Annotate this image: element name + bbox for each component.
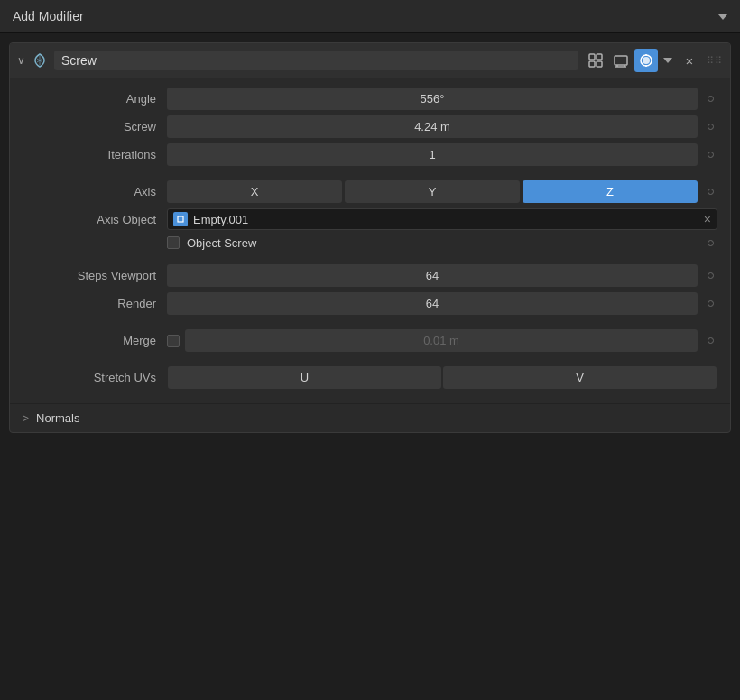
steps-viewport-input[interactable] <box>167 264 698 287</box>
normals-section-header[interactable]: > Normals <box>10 403 730 432</box>
viewport-display-btn[interactable] <box>584 49 607 72</box>
svg-rect-2 <box>589 61 595 67</box>
axis-object-clear-btn[interactable]: × <box>704 212 711 226</box>
angle-label: Angle <box>23 92 167 106</box>
axis-object-field-row: Axis Object Empty.001 × <box>23 208 717 230</box>
screw-input[interactable] <box>167 115 698 138</box>
stretch-uvs-control: U V <box>167 366 717 389</box>
panel-collapse-chevron[interactable]: ∨ <box>17 54 25 67</box>
svg-rect-4 <box>615 56 627 65</box>
add-modifier-title: Add Modifier <box>13 9 84 23</box>
axis-object-label: Axis Object <box>23 213 167 226</box>
axis-x-btn[interactable]: X <box>167 180 342 203</box>
panel-options-dropdown[interactable] <box>660 49 676 72</box>
merge-checkbox[interactable] <box>167 335 180 347</box>
iterations-dot[interactable] <box>703 148 717 162</box>
divider-2 <box>23 255 717 264</box>
object-screw-dot[interactable] <box>703 235 717 250</box>
panel-body: Angle Screw Iterations Axis <box>10 78 730 403</box>
steps-viewport-control <box>167 264 698 287</box>
angle-field-row: Angle <box>23 88 717 110</box>
screw-modifier-panel: ∨ Screw <box>9 42 731 433</box>
axis-field-row: Axis X Y Z <box>23 180 717 203</box>
axis-object-control: Empty.001 × <box>167 208 717 230</box>
stretch-u-btn[interactable]: U <box>168 366 441 389</box>
axis-label: Axis <box>23 185 167 198</box>
merge-field-row: Merge <box>23 329 717 352</box>
render-control <box>167 292 698 315</box>
stretch-v-btn[interactable]: V <box>443 366 717 389</box>
divider-3 <box>23 320 717 329</box>
axis-object-name: Empty.001 <box>193 213 698 226</box>
normals-chevron: > <box>23 412 29 425</box>
svg-point-8 <box>643 57 650 64</box>
merge-control <box>167 329 698 352</box>
svg-rect-0 <box>589 54 595 60</box>
steps-viewport-field-row: Steps Viewport <box>23 264 717 287</box>
steps-viewport-dot[interactable] <box>703 269 717 283</box>
stretch-uvs-field-row: Stretch UVs U V <box>23 366 717 389</box>
render-dot[interactable] <box>703 297 717 311</box>
render-input[interactable] <box>167 292 698 315</box>
add-modifier-dropdown-icon[interactable] <box>718 9 727 23</box>
render-display-btn[interactable] <box>609 49 633 72</box>
axis-object-type-icon <box>173 212 188 226</box>
merge-input <box>185 329 698 352</box>
iterations-label: Iterations <box>23 148 167 161</box>
angle-input[interactable] <box>167 88 698 110</box>
add-modifier-header: Add Modifier <box>0 0 740 33</box>
render-field-row: Render <box>23 292 717 315</box>
modifier-name[interactable]: Screw <box>54 51 578 70</box>
object-screw-control: Object Screw <box>167 236 698 250</box>
angle-dot[interactable] <box>703 92 717 106</box>
axis-y-btn[interactable]: Y <box>345 180 520 203</box>
stretch-uvs-label: Stretch UVs <box>23 371 167 384</box>
screw-control <box>167 115 698 138</box>
object-screw-label: Object Screw <box>187 236 256 250</box>
axis-dot[interactable] <box>703 185 717 199</box>
screw-label: Screw <box>23 120 167 134</box>
divider-1 <box>23 171 717 180</box>
drag-handle: ⠿⠿ <box>707 55 723 67</box>
svg-rect-1 <box>597 54 602 60</box>
svg-rect-3 <box>597 61 602 67</box>
render-label: Render <box>23 297 167 310</box>
camera-render-btn[interactable] <box>634 49 658 72</box>
object-screw-checkbox[interactable] <box>167 236 180 249</box>
screw-dot[interactable] <box>703 120 717 134</box>
screw-field-row: Screw <box>23 115 717 138</box>
panel-header: ∨ Screw <box>10 43 730 78</box>
iterations-input[interactable] <box>167 143 698 166</box>
axis-z-btn[interactable]: Z <box>523 180 698 203</box>
divider-4 <box>23 357 717 366</box>
panel-close-btn[interactable]: × <box>678 49 701 72</box>
steps-viewport-label: Steps Viewport <box>23 269 167 282</box>
angle-control <box>167 88 698 110</box>
merge-label: Merge <box>23 334 167 347</box>
normals-label: Normals <box>36 411 79 425</box>
iterations-control <box>167 143 698 166</box>
axis-object-field[interactable]: Empty.001 × <box>167 208 717 230</box>
merge-dot[interactable] <box>703 334 717 348</box>
panel-header-icons: × <box>584 49 701 72</box>
axis-btn-group: X Y Z <box>167 180 698 203</box>
modifier-icon <box>31 51 49 69</box>
object-screw-row: Object Screw <box>23 235 717 250</box>
iterations-field-row: Iterations <box>23 143 717 166</box>
